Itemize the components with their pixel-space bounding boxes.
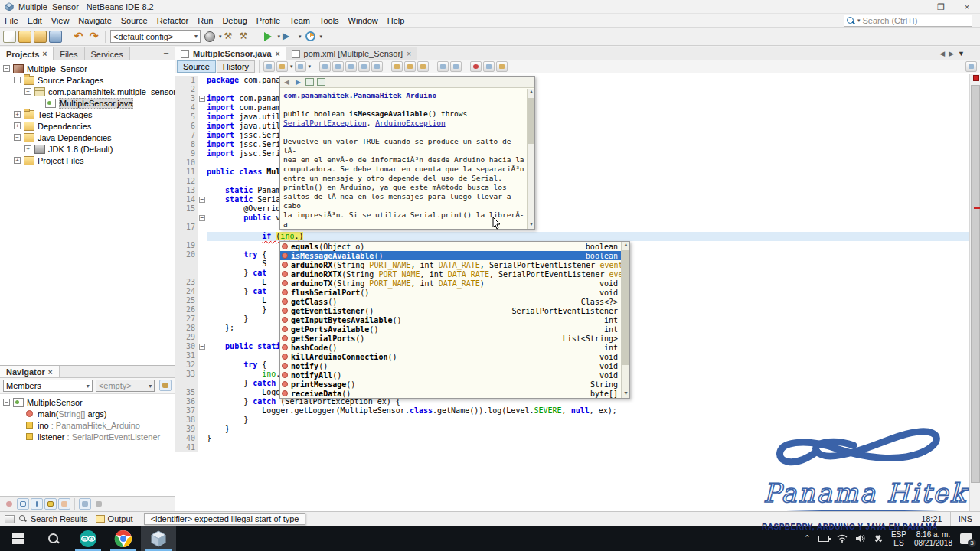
completion-item[interactable]: killArduinoConnection()void (280, 352, 621, 361)
navigator-tree-item[interactable]: listener : SerialPortEventListener (0, 431, 175, 442)
window-list-icon[interactable] (5, 515, 15, 523)
tree-expander-icon[interactable]: + (14, 111, 21, 118)
breakpoint-icon[interactable] (470, 61, 482, 72)
people-icon[interactable] (873, 534, 884, 543)
completion-item[interactable]: getClass()Class<?> (280, 297, 621, 306)
tab-scroll-right-icon[interactable]: ▶ (949, 50, 954, 57)
tab-output[interactable]: Output (94, 514, 139, 523)
run-project-icon[interactable] (262, 31, 275, 43)
filter-show-static-icon[interactable] (31, 498, 43, 510)
filter-show-inherited-icon[interactable] (3, 498, 15, 510)
taskbar-netbeans-button[interactable] (141, 526, 176, 551)
tree-expander-icon[interactable]: − (14, 77, 21, 83)
stop-macro-icon[interactable] (450, 61, 462, 72)
doc-scroll-down-icon[interactable]: ▼ (528, 221, 535, 229)
completion-item[interactable]: receiveData()byte[] (280, 389, 621, 398)
completion-scrollbar-thumb[interactable] (622, 250, 629, 365)
tab-services[interactable]: Services (85, 47, 130, 60)
profile-project-icon[interactable] (304, 31, 317, 43)
last-edit-icon[interactable] (263, 61, 275, 72)
doc-show-browser-icon[interactable] (305, 78, 314, 86)
editor-tab[interactable]: pom.xml [Multiple_Sensor]× (286, 47, 417, 60)
fold-collapse-icon[interactable]: − (199, 344, 205, 350)
tab-files[interactable]: Files (54, 47, 84, 60)
scrollbar-thumb[interactable] (971, 85, 980, 483)
search-dropdown-arrow-icon[interactable]: ▾ (858, 18, 861, 24)
doc-scroll-up-icon[interactable]: ▲ (528, 89, 535, 96)
completion-scroll-up-icon[interactable]: ▲ (622, 242, 630, 249)
editor-scrollbar[interactable]: ▲ (969, 74, 980, 511)
minimize-panel-icon[interactable]: – (158, 367, 175, 377)
forward-icon[interactable] (295, 61, 306, 72)
tree-expander-icon[interactable]: + (14, 122, 21, 129)
comment-icon[interactable] (417, 61, 429, 72)
taskbar-arduino-button[interactable] (70, 526, 106, 551)
completion-item[interactable]: equals(Object o)boolean (280, 242, 621, 251)
code-area[interactable]: 1package com.panam23−import com.panama4i… (175, 74, 980, 511)
doc-scrollbar-thumb[interactable] (528, 98, 534, 144)
tray-expand-icon[interactable]: ⌃ (804, 533, 811, 543)
completion-item[interactable]: arduinoRX(String PORT_NAME, int DATA_RAT… (280, 260, 621, 269)
redo-icon[interactable]: ↷ (87, 31, 100, 43)
code-line[interactable]: 37 Logger.getLogger(MultipleSensor.class… (175, 406, 980, 416)
taskbar-chrome-button[interactable] (106, 526, 141, 551)
close-icon[interactable]: × (42, 50, 47, 58)
filter-show-non-public-icon[interactable] (44, 498, 57, 510)
start-macro-icon[interactable] (437, 61, 449, 72)
javadoc-scrollbar[interactable]: ▲ ▼ (527, 89, 534, 229)
diff-icon[interactable] (496, 61, 508, 72)
build-project-icon[interactable] (203, 31, 216, 43)
completion-scroll-down-icon[interactable]: ▼ (622, 390, 630, 398)
shift-right-icon[interactable] (404, 61, 416, 72)
menu-help[interactable]: Help (383, 15, 410, 27)
find-next-icon[interactable] (345, 61, 357, 72)
tab-list-icon[interactable]: ▼ (958, 50, 965, 57)
maximize-editor-icon[interactable] (969, 51, 975, 57)
doc-goto-source-icon[interactable] (317, 78, 325, 86)
clean-icon[interactable]: ⚒ (240, 31, 253, 43)
tab-projects[interactable]: Projects× (0, 47, 54, 60)
navigator-tree-item[interactable]: ino : PanamaHitek_Arduino (0, 419, 175, 431)
new-file-icon[interactable] (3, 31, 16, 43)
wifi-icon[interactable] (837, 534, 848, 543)
menu-window[interactable]: Window (344, 15, 383, 27)
debug-project-icon[interactable]: ▶ (283, 31, 296, 43)
tab-scroll-left-icon[interactable]: ◀ (939, 50, 945, 57)
project-tree-item[interactable]: −com.panamahitek.multiple_sensor (0, 86, 175, 97)
start-button[interactable] (0, 526, 35, 551)
completion-item[interactable]: getPortsAvailable()int (280, 324, 621, 334)
completion-item[interactable]: hashCode()int (280, 343, 621, 352)
taskbar-search-button[interactable] (35, 526, 70, 551)
menu-refactor[interactable]: Refactor (152, 15, 194, 27)
doc-back-icon[interactable]: ◄ (283, 78, 291, 86)
project-tree-item[interactable]: +Test Packages (0, 109, 175, 120)
project-tree-item[interactable]: MultipleSensor.java (0, 97, 175, 109)
navigator-sort-icon[interactable] (159, 380, 172, 391)
fold-collapse-icon[interactable]: − (199, 215, 205, 221)
config-select[interactable]: <default config> ▾ (110, 30, 201, 43)
doc-forward-icon[interactable]: ► (294, 78, 302, 86)
volume-icon[interactable] (855, 534, 865, 543)
menu-edit[interactable]: Edit (23, 15, 47, 27)
project-tree-item[interactable]: −Multiple_Sensor (0, 63, 175, 74)
completion-item[interactable]: isMessageAvailable()boolean (280, 251, 621, 260)
code-line[interactable]: if (ino.) (175, 232, 980, 241)
clean-build-icon[interactable]: ⚒ (224, 31, 237, 43)
menu-source[interactable]: Source (116, 15, 152, 27)
close-button[interactable]: × (954, 0, 980, 14)
project-tree-item[interactable]: −Source Packages (0, 74, 175, 86)
code-line[interactable]: 38 } (175, 416, 980, 425)
action-center-icon[interactable]: 3 (960, 533, 972, 544)
completion-item[interactable]: getEventListener()SerialPortEventListene… (280, 306, 621, 315)
filter-show-fields-icon[interactable] (17, 498, 29, 510)
code-line[interactable]: 41 (175, 443, 980, 452)
previous-bookmark-icon[interactable] (371, 61, 383, 72)
filter-show-anonymous-icon[interactable] (58, 498, 70, 510)
uplift-icon[interactable] (483, 61, 495, 72)
code-line[interactable]: 39 } (175, 425, 980, 434)
completion-item[interactable]: getInputBytesAvailable()int (280, 315, 621, 324)
navigator-tree-item[interactable]: main(String[] args) (0, 408, 175, 419)
view-source-button[interactable]: Source (177, 60, 216, 73)
view-history-button[interactable]: History (217, 60, 255, 73)
find-previous-icon[interactable] (332, 61, 344, 72)
